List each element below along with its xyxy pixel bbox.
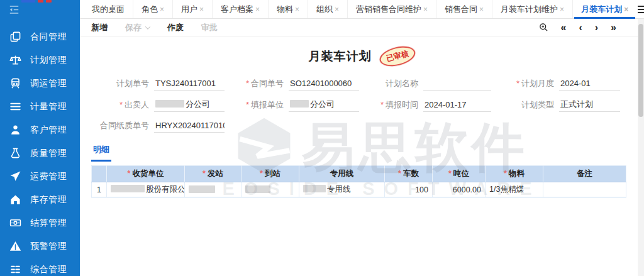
cell-text: 1/3焦精煤 [489,185,524,194]
field-label-4: *计划月度 [496,78,554,91]
field-value-5[interactable]: 分公司 [154,99,225,112]
sidebar-item-label: 计划管理 [30,55,67,66]
tab-2[interactable]: 角色× [133,0,172,18]
close-icon[interactable]: × [479,6,484,13]
toolbar-button-1[interactable]: 新增 [91,22,108,33]
required-star: * [398,169,401,178]
field-value-4[interactable]: 2024-01 [559,79,620,91]
vertical-scrollbar[interactable] [638,19,644,276]
column-header-9[interactable]: 备注 [543,166,626,182]
cell-1-2[interactable]: 股份有限公 [107,182,185,197]
cell-1-1[interactable]: 1 [92,182,107,197]
column-header-4[interactable]: *到站 [242,166,299,182]
field-value-6[interactable]: 分公司 [289,99,359,112]
cell-1-5[interactable]: 专用线 [299,182,385,197]
tab-1[interactable]: 我的桌面 [84,0,133,18]
table-row-1[interactable]: 1股份有限公专用线1006000.001/3焦精煤 [92,182,626,197]
sidebar-item-label: 结算管理 [30,218,67,229]
cell-1-8[interactable]: 1/3焦精煤 [486,182,543,197]
zoom-in-icon[interactable] [539,23,548,32]
sidebar-item-10[interactable]: 预警管理 [0,235,80,258]
column-header-8[interactable]: *物料 [486,166,543,182]
tab-9[interactable]: 月装车计划维护× [492,0,572,18]
sidebar-item-label: 客户管理 [30,124,67,136]
field-text: 2024-01-17 [425,100,467,109]
column-header-2[interactable]: *收货单位 [107,166,185,182]
close-icon[interactable]: × [295,6,299,13]
detail-table-head: *收货单位*发站*到站专用线*车数*吨位*物料备注 [92,166,626,182]
approved-stamp: 已审核 [377,43,417,69]
sidebar-item-5[interactable]: 客户管理 [0,118,80,141]
cell-text: 股份有限公 [146,185,185,194]
column-header-3[interactable]: *发站 [185,166,242,182]
toolbar: 新增保存作废审批 « ‹ › » [80,19,644,36]
toolbar-button-3[interactable]: 作废 [167,22,184,33]
sidebar-item-6[interactable]: 质量管理 [0,141,80,165]
column-header-6[interactable]: *车数 [385,166,433,182]
cell-1-9[interactable] [543,182,626,197]
field-value-1[interactable]: TYSJ240117001 [154,79,225,91]
tab-6[interactable]: 组织× [308,0,347,18]
sidebar-collapse-button[interactable] [0,0,80,21]
tab-7[interactable]: 营销销售合同维护× [347,0,436,18]
cell-text: 6000.00 [453,185,481,194]
sidebar-item-7[interactable]: 运费管理 [0,165,80,188]
tab-10[interactable]: 月装车计划× [572,0,636,18]
sidebar-item-11[interactable]: 综合管理 [0,258,80,276]
close-icon[interactable]: × [199,6,204,13]
first-page-button[interactable]: « [561,23,567,33]
sidebar-item-1[interactable]: 合同管理 [0,25,80,48]
tab-8[interactable]: 销售合同× [436,0,492,18]
field-value-9[interactable]: HRYX20240117010 [154,121,225,133]
field-value-7[interactable]: 2024-01-17 [423,100,491,112]
last-page-button[interactable]: » [611,23,616,33]
column-header-5[interactable]: 专用线 [299,166,385,182]
sidebar-item-3[interactable]: 调运管理 [0,72,80,95]
tab-label: 角色 [142,4,158,15]
tab-3[interactable]: 用户× [172,0,212,18]
required-star: * [246,100,249,109]
scrollbar-thumb[interactable] [638,24,643,117]
sidebar-item-8[interactable]: 库存管理 [0,188,80,211]
main-panel: 我的桌面角色×用户×客户档案×物料×组织×营销销售合同维护×销售合同×月装车计划… [80,0,644,276]
sidebar-item-2[interactable]: 计划管理 [0,48,80,72]
close-icon[interactable]: × [624,6,628,13]
app-window: 合同管理计划管理调运管理计量管理客户管理质量管理运费管理库存管理结算管理预警管理… [0,0,644,276]
column-header-7[interactable]: *吨位 [433,166,486,182]
close-icon[interactable]: × [560,6,564,13]
close-icon[interactable]: × [335,6,339,13]
column-header-1[interactable] [92,166,107,182]
record-nav: « ‹ › » [539,23,616,33]
field-label-8: 计划类型 [496,99,554,112]
sidebar-item-4[interactable]: 计量管理 [0,95,80,118]
hamburger-menu-icon[interactable] [636,5,644,14]
cell-1-4[interactable] [242,182,299,197]
tab-detail[interactable]: 明细 [91,144,111,162]
person-icon [8,124,22,136]
cell-1-7[interactable]: 6000.00 [433,182,486,197]
cell-1-3[interactable] [185,182,242,197]
close-icon[interactable]: × [255,6,260,13]
field-value-8[interactable]: 正式计划 [559,99,620,112]
close-icon[interactable]: × [160,6,164,13]
tab-label: 用户 [181,4,197,15]
field-value-3[interactable] [423,79,491,91]
field-label-5: *出卖人 [91,99,149,112]
tab-4[interactable]: 客户档案× [212,0,268,18]
tab-5[interactable]: 物料× [268,0,308,18]
next-page-button[interactable]: › [595,23,598,33]
field-value-2[interactable]: SO12401000060 [289,79,359,91]
sidebar-item-label: 合同管理 [30,31,67,43]
cell-1-6[interactable]: 100 [385,182,433,197]
redacted-text [111,185,145,192]
required-star: * [203,169,206,178]
list-icon [8,263,22,276]
close-icon[interactable]: × [423,6,428,13]
detail-table: *收货单位*发站*到站专用线*车数*吨位*物料备注 1股份有限公专用线10060… [91,165,626,197]
sidebar-item-label: 综合管理 [30,264,67,275]
chevron-down-icon [145,24,150,29]
prev-page-button[interactable]: ‹ [579,23,582,33]
sidebar-item-9[interactable]: 结算管理 [0,211,80,235]
sidebar-item-label: 调运管理 [30,78,67,89]
sidebar-item-label: 运费管理 [30,171,67,182]
